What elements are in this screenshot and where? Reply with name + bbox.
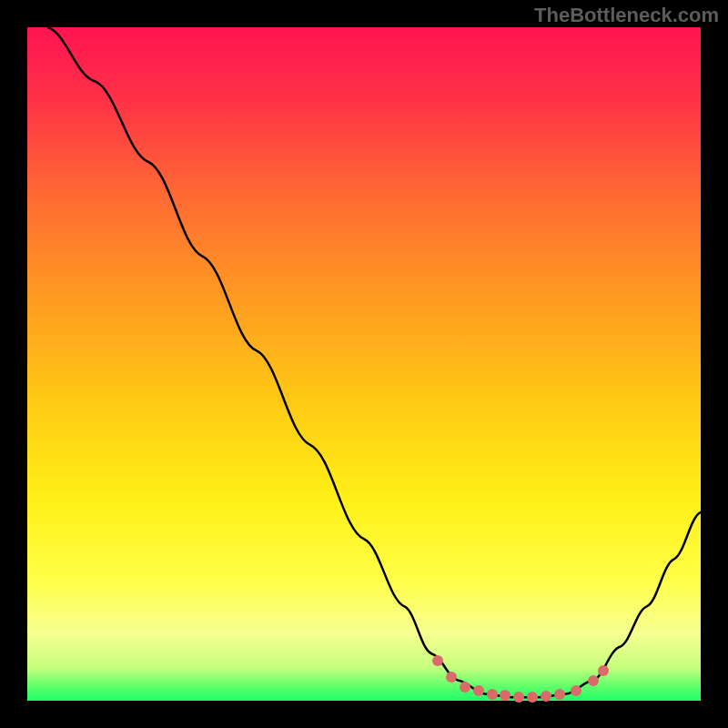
background-gradient (27, 27, 701, 701)
watermark-text: TheBottleneck.com (534, 4, 719, 27)
plot-area (27, 27, 701, 701)
svg-rect-0 (27, 27, 701, 701)
